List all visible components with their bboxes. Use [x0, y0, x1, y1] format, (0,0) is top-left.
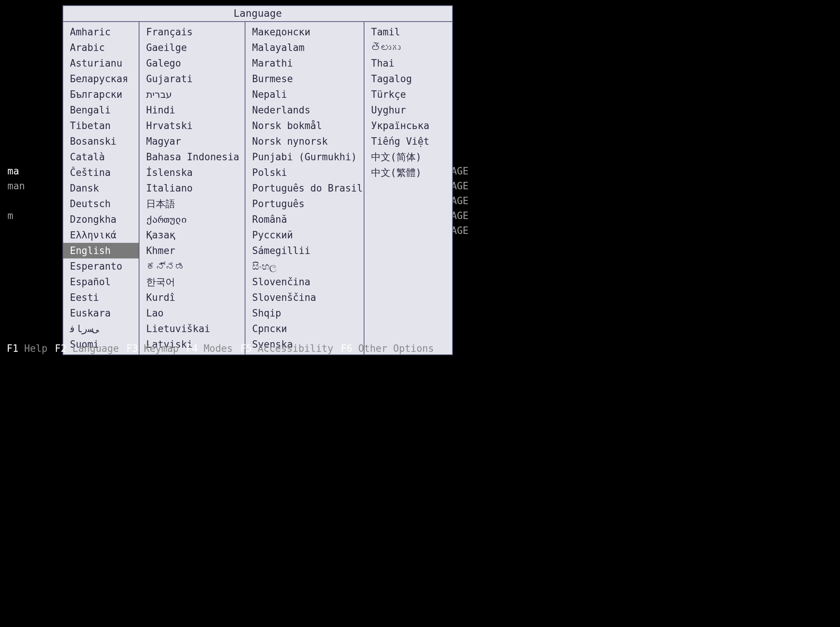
- language-option[interactable]: Bosanski: [63, 134, 139, 149]
- language-option[interactable]: Deutsch: [63, 196, 139, 212]
- language-option[interactable]: Nederlands: [245, 102, 364, 118]
- language-option[interactable]: Português do Brasil: [245, 180, 364, 196]
- language-option[interactable]: Shqip: [245, 305, 364, 321]
- function-key: F6: [341, 343, 352, 354]
- language-option[interactable]: Amharic: [63, 24, 139, 40]
- language-option[interactable]: ქართული: [140, 212, 245, 227]
- language-option[interactable]: Македонски: [245, 24, 364, 40]
- language-option[interactable]: 한국어: [140, 274, 245, 290]
- function-key: F2: [55, 343, 66, 354]
- language-option[interactable]: Slovenčina: [245, 274, 364, 290]
- language-option[interactable]: Slovenščina: [245, 290, 364, 305]
- language-option[interactable]: Eesti: [63, 290, 139, 305]
- language-option[interactable]: Marathi: [245, 55, 364, 71]
- language-option[interactable]: සිංහල: [245, 258, 364, 274]
- language-option[interactable]: Punjabi (Gurmukhi): [245, 149, 364, 165]
- language-option[interactable]: Hindi: [140, 102, 245, 118]
- function-key-bar: F1 HelpF2 LanguageF3 KeymapF4 ModesF5 Ac…: [0, 343, 476, 354]
- language-option[interactable]: Čeština: [63, 165, 139, 180]
- language-option[interactable]: Gujarati: [140, 71, 245, 87]
- background-menu-left: ma: [8, 164, 19, 178]
- language-option[interactable]: Íslenska: [140, 165, 245, 180]
- function-key-label: Keymap: [138, 343, 179, 354]
- language-option[interactable]: Bengali: [63, 102, 139, 118]
- language-option[interactable]: 中文(简体): [364, 149, 452, 165]
- language-option[interactable]: Ελληνικά: [63, 227, 139, 243]
- language-option[interactable]: Қазақ: [140, 227, 245, 243]
- function-key: F5: [240, 343, 252, 354]
- language-selection-dialog: Language AmharicArabicAsturianuБеларуска…: [63, 5, 453, 355]
- background-menu-left: man: [8, 178, 25, 194]
- language-option[interactable]: Sámegillii: [245, 243, 364, 258]
- background-menu-left: m: [8, 208, 13, 223]
- language-option[interactable]: Српски: [245, 321, 364, 337]
- language-option[interactable]: ಕನ್ನಡ: [140, 258, 245, 274]
- language-option[interactable]: עברית: [140, 87, 245, 102]
- language-option[interactable]: Esperanto: [63, 258, 139, 274]
- language-option[interactable]: Uyghur: [364, 102, 452, 118]
- language-option[interactable]: Português: [245, 196, 364, 212]
- language-option[interactable]: తెలుగు: [364, 40, 452, 55]
- function-key-label: Modes: [198, 343, 233, 354]
- function-key: F1: [7, 343, 18, 354]
- language-option[interactable]: Thai: [364, 55, 452, 71]
- function-key-item[interactable]: F5 Accessibility: [240, 343, 333, 354]
- language-option[interactable]: 中文(繁體): [364, 165, 452, 180]
- language-option[interactable]: Türkçe: [364, 87, 452, 102]
- language-column: FrançaisGaeilgeGalegoGujaratiעבריתHindiH…: [140, 22, 245, 354]
- language-option[interactable]: Български: [63, 87, 139, 102]
- language-option[interactable]: Asturianu: [63, 55, 139, 71]
- language-option[interactable]: 日本語: [140, 196, 245, 212]
- language-option[interactable]: Kurdî: [140, 290, 245, 305]
- dialog-title: Language: [63, 6, 452, 22]
- language-option[interactable]: Українська: [364, 118, 452, 134]
- function-key-item[interactable]: F2 Language: [55, 343, 119, 354]
- language-option[interactable]: English: [63, 243, 139, 258]
- language-option[interactable]: Français: [140, 24, 245, 40]
- language-column: МакедонскиMalayalamMarathiBurmeseNepaliN…: [245, 22, 364, 354]
- language-option[interactable]: Català: [63, 149, 139, 165]
- language-option[interactable]: Norsk bokmål: [245, 118, 364, 134]
- function-key-label: Other Options: [352, 343, 434, 354]
- function-key-item[interactable]: F6 Other Options: [341, 343, 434, 354]
- language-option[interactable]: Magyar: [140, 134, 245, 149]
- language-option[interactable]: Arabic: [63, 40, 139, 55]
- function-key-item[interactable]: F4 Modes: [186, 343, 233, 354]
- function-key: F3: [126, 343, 138, 354]
- language-option[interactable]: Italiano: [140, 180, 245, 196]
- language-option[interactable]: Galego: [140, 55, 245, 71]
- language-option[interactable]: Tagalog: [364, 71, 452, 87]
- language-option[interactable]: Hrvatski: [140, 118, 245, 134]
- language-column: TamilతెలుగుThaiTagalogTürkçeUyghurУкраїн…: [364, 22, 452, 354]
- language-columns: AmharicArabicAsturianuБеларускаяБългарск…: [63, 22, 452, 354]
- function-key-label: Language: [66, 343, 119, 354]
- language-option[interactable]: Tiếng Việt: [364, 134, 452, 149]
- language-option[interactable]: Khmer: [140, 243, 245, 258]
- language-option[interactable]: Burmese: [245, 71, 364, 87]
- language-option[interactable]: Gaeilge: [140, 40, 245, 55]
- language-option[interactable]: Română: [245, 212, 364, 227]
- language-option[interactable]: Euskara: [63, 305, 139, 321]
- language-option[interactable]: Polski: [245, 165, 364, 180]
- language-option[interactable]: Español: [63, 274, 139, 290]
- language-option[interactable]: Bahasa Indonesia: [140, 149, 245, 165]
- language-option[interactable]: Nepali: [245, 87, 364, 102]
- function-key-label: Help: [18, 343, 47, 354]
- language-column: AmharicArabicAsturianuБеларускаяБългарск…: [63, 22, 140, 354]
- language-option[interactable]: Tamil: [364, 24, 452, 40]
- language-option[interactable]: Lietuviškai: [140, 321, 245, 337]
- language-option[interactable]: ﻰﺳﺭﺎﻓ: [63, 321, 139, 337]
- language-option[interactable]: Беларуская: [63, 71, 139, 87]
- language-option[interactable]: Tibetan: [63, 118, 139, 134]
- function-key-item[interactable]: F1 Help: [7, 343, 47, 354]
- function-key-item[interactable]: F3 Keymap: [126, 343, 179, 354]
- language-option[interactable]: Русский: [245, 227, 364, 243]
- function-key: F4: [186, 343, 198, 354]
- language-option[interactable]: Malayalam: [245, 40, 364, 55]
- language-option[interactable]: Dzongkha: [63, 212, 139, 227]
- language-option[interactable]: Lao: [140, 305, 245, 321]
- language-option[interactable]: Dansk: [63, 180, 139, 196]
- language-option[interactable]: Norsk nynorsk: [245, 134, 364, 149]
- function-key-label: Accessibility: [252, 343, 333, 354]
